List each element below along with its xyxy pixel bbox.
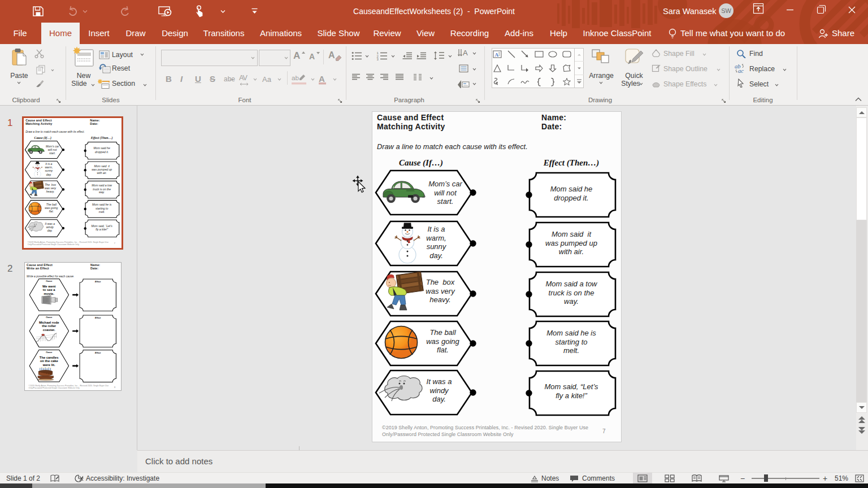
svg-text:ac: ac: [738, 68, 744, 73]
svg-text:A: A: [463, 49, 468, 57]
svg-text:A: A: [495, 52, 499, 58]
svg-text:3: 3: [377, 58, 379, 60]
